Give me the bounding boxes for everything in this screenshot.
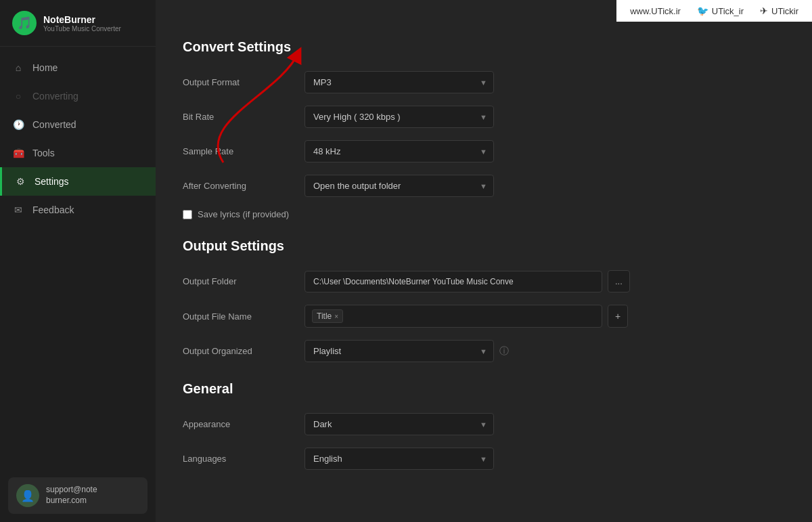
output-folder-path: C:\User \Documents\NoteBurner YouTube Mu… (304, 271, 602, 292)
sidebar-item-converted[interactable]: 🕐 Converted (0, 110, 156, 139)
output-format-row: Output Format MP3 AAC WAV FLAC ▼ (183, 71, 785, 93)
main-content: Convert Settings Output Format MP3 AAC W… (156, 0, 812, 522)
output-settings-title: Output Settings (183, 238, 785, 254)
watermark-telegram: ✈ UTickir (760, 5, 798, 16)
output-organized-select-wrapper: Playlist Artist Album None ▼ (304, 340, 494, 362)
output-folder-label: Output Folder (183, 276, 291, 286)
user-email: support@note burner.com (46, 485, 97, 506)
convert-settings-title: Convert Settings (183, 39, 785, 55)
watermark-twitter: 🐦 UTick_ir (697, 5, 744, 16)
home-icon: ⌂ (12, 62, 24, 74)
output-file-name-label: Output File Name (183, 311, 291, 322)
sidebar-item-feedback[interactable]: ✉ Feedback (0, 196, 156, 224)
bit-rate-select-wrapper: Very High ( 320 kbps ) High ( 256 kbps )… (304, 106, 494, 128)
languages-label: Languages (183, 454, 291, 464)
converted-icon: 🕐 (12, 118, 24, 131)
general-section: General Appearance Dark Light ▼ Language… (183, 381, 785, 470)
save-lyrics-row: Save lyrics (if provided) (183, 209, 785, 219)
telegram-icon: ✈ (760, 5, 768, 16)
tools-icon: 🧰 (12, 147, 24, 159)
appearance-label: Appearance (183, 419, 291, 429)
remove-tag-button[interactable]: × (334, 313, 338, 320)
bit-rate-label: Bit Rate (183, 112, 291, 122)
sidebar-bottom: 👤 support@note burner.com (0, 469, 156, 522)
bit-rate-select[interactable]: Very High ( 320 kbps ) High ( 256 kbps )… (304, 106, 494, 128)
output-settings-section: Output Settings Output Folder C:\User \D… (183, 238, 785, 362)
output-file-name-row: Output File Name Title × + (183, 305, 785, 328)
languages-row: Languages English Chinese Japanese Germa… (183, 448, 785, 470)
output-format-select-wrapper: MP3 AAC WAV FLAC ▼ (304, 71, 494, 93)
converting-icon: ○ (12, 90, 24, 102)
sample-rate-select[interactable]: 48 kHz 44.1 kHz 32 kHz (304, 140, 494, 162)
user-avatar: 👤 (16, 484, 39, 507)
sidebar-item-tools[interactable]: 🧰 Tools (0, 139, 156, 167)
output-organized-select[interactable]: Playlist Artist Album None (304, 340, 494, 362)
feedback-icon: ✉ (12, 204, 24, 216)
sidebar-item-settings[interactable]: ⚙ Settings (0, 167, 156, 196)
twitter-icon: 🐦 (697, 5, 708, 16)
info-icon[interactable]: ⓘ (499, 345, 509, 357)
appearance-select-wrapper: Dark Light ▼ (304, 413, 494, 435)
sidebar: 🎵 NoteBurner YouTube Music Converter ⌂ H… (0, 0, 156, 522)
convert-settings-section: Convert Settings Output Format MP3 AAC W… (183, 39, 785, 219)
settings-icon: ⚙ (14, 175, 26, 188)
output-organized-row: Output Organized Playlist Artist Album N… (183, 340, 785, 362)
after-converting-select-wrapper: Open the output folder Do Nothing Open t… (304, 175, 494, 197)
output-organized-label: Output Organized (183, 346, 291, 356)
after-converting-label: After Converting (183, 181, 291, 191)
folder-browse-button[interactable]: ... (608, 270, 630, 292)
output-file-name-field[interactable]: Title × (304, 305, 602, 328)
output-format-label: Output Format (183, 77, 291, 87)
output-format-select[interactable]: MP3 AAC WAV FLAC (304, 71, 494, 93)
sidebar-nav: ⌂ Home ○ Converting 🕐 Converted 🧰 Tools … (0, 47, 156, 469)
app-title: NoteBurner (43, 14, 121, 25)
sidebar-item-home[interactable]: ⌂ Home (0, 53, 156, 82)
general-title: General (183, 381, 785, 397)
languages-select[interactable]: English Chinese Japanese German French (304, 448, 494, 470)
appearance-row: Appearance Dark Light ▼ (183, 413, 785, 435)
app-subtitle: YouTube Music Converter (43, 25, 121, 32)
languages-select-wrapper: English Chinese Japanese German French ▼ (304, 448, 494, 470)
sample-rate-label: Sample Rate (183, 146, 291, 156)
sample-rate-select-wrapper: 48 kHz 44.1 kHz 32 kHz ▼ (304, 140, 494, 162)
bit-rate-row: Bit Rate Very High ( 320 kbps ) High ( 2… (183, 106, 785, 128)
user-card[interactable]: 👤 support@note burner.com (8, 477, 148, 514)
save-lyrics-checkbox[interactable] (183, 210, 192, 219)
sample-rate-row: Sample Rate 48 kHz 44.1 kHz 32 kHz ▼ (183, 140, 785, 162)
after-converting-row: After Converting Open the output folder … (183, 175, 785, 197)
app-logo: 🎵 NoteBurner YouTube Music Converter (0, 0, 156, 47)
sidebar-item-converting: ○ Converting (0, 82, 156, 110)
appearance-select[interactable]: Dark Light (304, 413, 494, 435)
logo-icon: 🎵 (12, 11, 37, 35)
after-converting-select[interactable]: Open the output folder Do Nothing Open t… (304, 175, 494, 197)
watermark: www.UTick.ir 🐦 UTick_ir ✈ UTickir (616, 0, 812, 22)
title-tag: Title × (312, 309, 343, 323)
watermark-website: www.UTick.ir (630, 6, 681, 16)
add-tag-button[interactable]: + (608, 305, 628, 328)
output-folder-row: Output Folder C:\User \Documents\NoteBur… (183, 270, 785, 292)
save-lyrics-label[interactable]: Save lyrics (if provided) (198, 209, 289, 219)
